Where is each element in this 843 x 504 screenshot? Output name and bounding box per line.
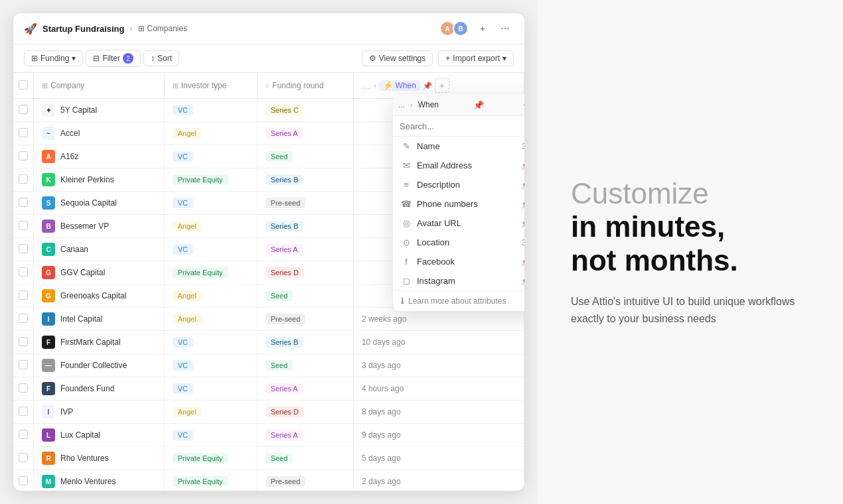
row-checkbox[interactable] xyxy=(19,105,28,114)
investor-type-badge: Private Equity xyxy=(173,476,228,487)
row-checkbox[interactable] xyxy=(19,383,28,393)
when-value: 2 days ago xyxy=(362,477,401,486)
row-checkbox[interactable] xyxy=(19,407,28,416)
row-checkbox[interactable] xyxy=(19,290,28,300)
company-cell: G GGV Capital xyxy=(34,261,165,284)
app-header: 🚀 Startup Fundraising › ⊞ Companies A B … xyxy=(13,13,524,44)
more-options-button[interactable]: ⋯ xyxy=(497,20,514,37)
dropdown-item[interactable]: ⊙ Location 3› xyxy=(393,233,524,252)
invite-button[interactable]: + xyxy=(474,20,491,37)
company-name[interactable]: Founder Collective xyxy=(60,361,127,370)
breadcrumb-companies[interactable]: ⊞ Companies xyxy=(138,24,188,33)
select-all-checkbox[interactable] xyxy=(19,80,28,90)
company-name[interactable]: FirstMark Capital xyxy=(60,338,121,347)
table-container: ⊞ Company ⊞ Investor type xyxy=(13,73,524,491)
field-search-input[interactable] xyxy=(400,121,524,131)
investor-type-cell: Private Equity xyxy=(164,447,257,470)
dropdown-item[interactable]: ◎ Avatar URL 📌 xyxy=(393,214,524,233)
dropdown-item[interactable]: ◻ Instagram 📌 xyxy=(393,271,524,290)
funding-view-button[interactable]: ⊞ Funding ▾ xyxy=(24,50,83,66)
investor-type-column-header[interactable]: ⊞ Investor type xyxy=(164,73,257,99)
funding-round-badge: Series C xyxy=(266,105,304,115)
dropdown-item[interactable]: ≡ Description 📌 xyxy=(393,175,524,194)
row-checkbox-cell xyxy=(13,354,34,377)
filter-count-badge: 2 xyxy=(123,53,133,64)
row-checkbox[interactable] xyxy=(19,476,28,485)
funding-round-cell: Series A xyxy=(257,122,353,145)
row-checkbox-cell xyxy=(13,470,34,491)
company-name[interactable]: Bessemer VP xyxy=(60,221,109,231)
company-icon: L xyxy=(42,428,55,442)
company-icon: S xyxy=(42,196,55,210)
row-checkbox[interactable] xyxy=(19,198,28,207)
dropdown-add-button[interactable]: + xyxy=(518,97,524,113)
company-name[interactable]: Lux Capital xyxy=(60,430,100,440)
company-name[interactable]: Sequoia Capital xyxy=(60,198,117,208)
row-checkbox[interactable] xyxy=(19,360,28,369)
row-checkbox[interactable] xyxy=(19,221,28,230)
investor-type-cell: VC xyxy=(164,331,257,354)
company-name[interactable]: Greenoaks Capital xyxy=(60,291,126,300)
row-checkbox-cell xyxy=(13,145,34,168)
dropdown-item[interactable]: ✉ Email Address 📌 xyxy=(393,156,524,175)
filter-button[interactable]: ⊟ Filter 2 xyxy=(86,50,141,67)
company-cell: A A16z xyxy=(34,145,165,168)
investor-type-cell: Angel xyxy=(164,122,257,145)
company-name[interactable]: IVP xyxy=(60,407,73,416)
company-name[interactable]: Intel Capital xyxy=(60,314,102,324)
funding-round-cell: Pre-seed xyxy=(257,192,353,215)
company-name[interactable]: 5Y Capital xyxy=(60,105,97,115)
company-cell: G Greenoaks Capital xyxy=(34,284,165,308)
import-export-button[interactable]: + Import export ▾ xyxy=(438,50,514,66)
company-icon: R xyxy=(42,452,55,465)
company-name[interactable]: Accel xyxy=(60,129,80,138)
company-name[interactable]: Rho Ventures xyxy=(60,454,109,463)
row-checkbox[interactable] xyxy=(19,174,28,184)
investor-type-badge: VC xyxy=(173,198,193,208)
investor-col-label: Investor type xyxy=(181,81,227,90)
row-checkbox[interactable] xyxy=(19,151,28,160)
marketing-title-bold-1: in minutes, xyxy=(571,210,810,244)
row-checkbox[interactable] xyxy=(19,314,28,323)
investor-type-cell: VC xyxy=(164,99,257,122)
company-cell: K Kleiner Perkins xyxy=(34,168,165,192)
company-name[interactable]: A16z xyxy=(60,152,78,161)
company-name[interactable]: GGV Capital xyxy=(60,268,105,277)
chevron-down-icon: ▾ xyxy=(502,54,506,63)
funding-round-badge: Series B xyxy=(266,221,304,231)
avatar-2: B xyxy=(453,21,469,36)
company-name[interactable]: Canaan xyxy=(60,245,88,254)
item-right: 📌 xyxy=(521,257,524,267)
company-name[interactable]: Founders Fund xyxy=(60,384,114,393)
row-checkbox[interactable] xyxy=(19,430,28,439)
company-cell: B Bessemer VP xyxy=(34,215,165,238)
company-cell: I IVP xyxy=(34,401,165,424)
avatar-group: A B xyxy=(439,21,469,36)
view-settings-button[interactable]: ⚙ View settings xyxy=(362,50,433,66)
funding-round-cell: Pre-seed xyxy=(257,308,353,331)
item-icon: ✉ xyxy=(401,160,412,170)
row-checkbox[interactable] xyxy=(19,128,28,137)
dropdown-item[interactable]: ✎ Name 3› xyxy=(393,137,524,156)
dropdown-item[interactable]: ☎ Phone numbers 📌 xyxy=(393,194,524,214)
company-name[interactable]: Menlo Ventures xyxy=(60,477,115,486)
select-all-header[interactable] xyxy=(13,73,34,99)
row-checkbox[interactable] xyxy=(19,453,28,462)
dropdown-item[interactable]: f Facebook 📌 xyxy=(393,252,524,271)
pin-icon: 📌 xyxy=(521,277,524,286)
sort-button[interactable]: ↕ Sort xyxy=(143,50,179,66)
add-column-button[interactable]: + xyxy=(435,78,449,93)
row-checkbox[interactable] xyxy=(19,337,28,346)
dropdown-footer[interactable]: ℹ Learn more about attributes xyxy=(393,290,524,311)
company-column-header[interactable]: ⊞ Company xyxy=(34,73,165,99)
left-panel: 🚀 Startup Fundraising › ⊞ Companies A B … xyxy=(0,0,538,504)
row-checkbox[interactable] xyxy=(19,267,28,277)
funding-round-cell: Pre-seed xyxy=(257,470,353,491)
investor-type-badge: VC xyxy=(173,337,193,347)
when-pin-icon: 📌 xyxy=(423,82,432,90)
company-name[interactable]: Kleiner Perkins xyxy=(60,175,114,184)
row-checkbox[interactable] xyxy=(19,244,28,253)
funding-round-column-header[interactable]: ○ Funding round xyxy=(257,73,353,99)
when-cell: 5 days ago xyxy=(353,447,524,470)
when-cell: 4 hours ago xyxy=(353,377,524,401)
